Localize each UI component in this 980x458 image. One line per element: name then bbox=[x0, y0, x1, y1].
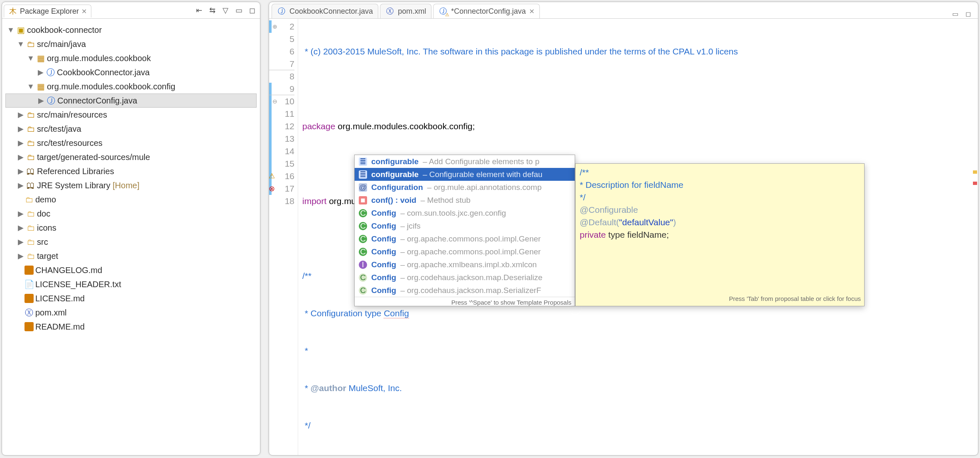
content-assist-item[interactable]: CConfig – jcifs bbox=[355, 219, 575, 232]
disclosure-icon[interactable]: ▶ bbox=[17, 209, 24, 218]
disclosure-icon[interactable]: ▶ bbox=[17, 138, 24, 148]
disclosure-icon[interactable]: ▶ bbox=[17, 153, 24, 162]
line-number[interactable]: 18 bbox=[269, 195, 294, 207]
proposal-main: conf() : void bbox=[371, 194, 416, 207]
content-assist-item[interactable]: CConfig – org.apache.commons.pool.impl.G… bbox=[355, 245, 575, 258]
content-assist-popup[interactable]: ≣configurable – Add Configurable element… bbox=[354, 155, 575, 306]
line-number[interactable]: 14 bbox=[269, 145, 294, 158]
java-file-icon: Ⓙ bbox=[47, 96, 56, 105]
disclosure-icon[interactable]: ▶ bbox=[37, 96, 45, 105]
collapse-all-icon[interactable]: ⇤ bbox=[194, 6, 203, 15]
tree-pkg-cookbook[interactable]: ▼ ▦ org.mule.modules.cookbook bbox=[5, 51, 257, 65]
tree-src-main-resources[interactable]: ▶ 🗀 src/main/resources bbox=[5, 108, 257, 122]
content-assist-item[interactable]: ≣configurable – Add Configurable element… bbox=[355, 155, 575, 168]
disclosure-icon[interactable]: ▼ bbox=[27, 82, 34, 91]
line-number[interactable]: 15 bbox=[269, 158, 294, 170]
markdown-file-icon: S bbox=[24, 266, 34, 275]
package-explorer-tree[interactable]: ▼ ▣ cookbook-connector ▼ 🗀 src/main/java… bbox=[2, 19, 260, 338]
content-assist-item[interactable]: ≣configurable – Configurable element wit… bbox=[355, 168, 575, 181]
disclosure-icon[interactable]: ▶ bbox=[17, 251, 24, 261]
error-marker[interactable] bbox=[973, 182, 977, 185]
tree-jre[interactable]: ▶ 🕮 JRE System Library [Home] bbox=[5, 178, 257, 192]
disclosure-icon[interactable]: ▶ bbox=[17, 223, 24, 232]
tree-demo[interactable]: 🗀 demo bbox=[5, 192, 257, 207]
line-number[interactable]: 6 bbox=[269, 45, 294, 58]
tree-icons[interactable]: ▶ 🗀 icons bbox=[5, 221, 257, 235]
tree-label: cookbook-connector bbox=[27, 25, 102, 35]
maximize-icon[interactable]: ◻ bbox=[247, 6, 257, 15]
line-number[interactable]: 8 bbox=[269, 70, 294, 83]
editor-tabbar: Ⓙ CookbookConnector.java Ⓧ pom.xml Ⓙ⚠ *C… bbox=[269, 2, 978, 19]
tree-java-cookbookconnector[interactable]: ▶ Ⓙ CookbookConnector.java bbox=[5, 65, 257, 79]
disclosure-icon[interactable]: ▼ bbox=[7, 26, 15, 34]
tree-doc[interactable]: ▶ 🗀 doc bbox=[5, 207, 257, 221]
documentation-footer: Press 'Tab' from proposal table or click… bbox=[729, 293, 861, 305]
line-number[interactable]: 2 bbox=[269, 20, 294, 33]
line-number[interactable]: 13 bbox=[269, 133, 294, 145]
line-number[interactable]: 11 bbox=[269, 108, 294, 120]
close-icon[interactable]: ✕ bbox=[529, 7, 534, 15]
tree-license-header[interactable]: 📄 LICENSE_HEADER.txt bbox=[5, 277, 257, 291]
line-number-gutter[interactable]: 2 5 6 7 8 9 10 11 12 13 14 15 16 17 18 bbox=[269, 19, 298, 455]
line-number[interactable]: 7 bbox=[269, 58, 294, 70]
line-number[interactable]: 16 bbox=[269, 170, 294, 182]
content-assist-item[interactable]: IConfig – org.apache.xmlbeans.impl.xb.xm… bbox=[355, 258, 575, 271]
tree-referenced-libraries[interactable]: ▶ 🕮 Referenced Libraries bbox=[5, 164, 257, 178]
tree-target[interactable]: ▶ 🗀 target bbox=[5, 249, 257, 263]
doc-text: private bbox=[580, 230, 606, 239]
close-icon[interactable]: ✕ bbox=[81, 7, 87, 15]
documentation-popup[interactable]: /** * Description for fieldName */ @Conf… bbox=[575, 163, 865, 306]
tree-license[interactable]: S LICENSE.md bbox=[5, 291, 257, 305]
disclosure-icon[interactable]: ▶ bbox=[17, 181, 24, 190]
tree-java-connectorconfig[interactable]: ▶ Ⓙ ConnectorConfig.java bbox=[5, 94, 257, 108]
warning-marker[interactable] bbox=[973, 170, 977, 174]
minimize-icon[interactable]: ▭ bbox=[952, 10, 960, 18]
editor-tab-cookbookconnector[interactable]: Ⓙ CookbookConnector.java bbox=[272, 4, 378, 18]
disclosure-icon[interactable]: ▶ bbox=[17, 110, 24, 119]
line-number[interactable]: 5 bbox=[269, 33, 294, 45]
source-editor[interactable]: 2 5 6 7 8 9 10 11 12 13 14 15 16 17 18 *… bbox=[269, 19, 978, 455]
content-assist-item[interactable]: CConfig – org.codehaus.jackson.map.Deser… bbox=[355, 271, 575, 284]
disclosure-icon[interactable]: ▼ bbox=[17, 40, 24, 49]
tree-pkg-config[interactable]: ▼ ▦ org.mule.modules.cookbook.config bbox=[5, 79, 257, 94]
tree-pom[interactable]: Ⓧ pom.xml bbox=[5, 305, 257, 320]
tree-src-test-resources[interactable]: ▶ 🗀 src/test/resources bbox=[5, 136, 257, 150]
package-icon: ▦ bbox=[36, 82, 45, 91]
disclosure-icon[interactable]: ▶ bbox=[17, 167, 24, 176]
proposal-aux: – Configurable element with defau bbox=[423, 168, 542, 181]
tree-target-generated[interactable]: ▶ 🗀 target/generated-sources/mule bbox=[5, 150, 257, 164]
content-assist-list[interactable]: ≣configurable – Add Configurable element… bbox=[355, 155, 575, 297]
content-assist-item[interactable]: @Configuration – org.mule.api.annotation… bbox=[355, 181, 575, 194]
view-menu-icon[interactable]: ▽ bbox=[221, 6, 230, 15]
disclosure-icon[interactable]: ▼ bbox=[27, 54, 34, 63]
disclosure-icon[interactable]: ▶ bbox=[17, 124, 24, 133]
content-assist-item[interactable]: ■conf() : void – Method stub bbox=[355, 194, 575, 207]
code-text: import bbox=[302, 196, 326, 206]
tree-readme[interactable]: S README.md bbox=[5, 320, 257, 334]
line-number[interactable]: 17 bbox=[269, 182, 294, 195]
tree-src-main-java[interactable]: ▼ 🗀 src/main/java bbox=[5, 37, 257, 51]
line-number[interactable]: 12 bbox=[269, 120, 294, 133]
content-assist-item[interactable]: CConfig – com.sun.tools.jxc.gen.config bbox=[355, 207, 575, 219]
editor-tab-pom[interactable]: Ⓧ pom.xml bbox=[380, 4, 431, 18]
disclosure-icon[interactable]: ▶ bbox=[37, 68, 44, 77]
line-number[interactable]: 10 bbox=[269, 95, 294, 108]
source-folder-icon: 🗀 bbox=[26, 124, 35, 133]
package-explorer-tab[interactable]: ⽊ Package Explorer ✕ bbox=[4, 5, 91, 17]
content-assist-item[interactable]: CConfig – org.codehaus.jackson.map.Seria… bbox=[355, 284, 575, 297]
line-number[interactable]: 9 bbox=[269, 83, 294, 95]
link-editor-icon[interactable]: ⇆ bbox=[208, 6, 217, 15]
tree-changelog[interactable]: S CHANGELOG.md bbox=[5, 263, 257, 277]
maximize-icon[interactable]: ◻ bbox=[965, 10, 974, 18]
tree-src-test-java[interactable]: ▶ 🗀 src/test/java bbox=[5, 122, 257, 136]
jre-qualifier: [Home] bbox=[113, 181, 139, 190]
disclosure-icon[interactable]: ▶ bbox=[17, 237, 24, 246]
overview-ruler[interactable] bbox=[973, 19, 977, 455]
content-assist-item[interactable]: CConfig – org.apache.commons.pool.impl.G… bbox=[355, 232, 575, 245]
tree-src[interactable]: ▶ 🗀 src bbox=[5, 235, 257, 249]
minimize-icon[interactable]: ▭ bbox=[234, 6, 243, 15]
doc-text: ) bbox=[673, 217, 676, 227]
editor-tab-connectorconfig[interactable]: Ⓙ⚠ *ConnectorConfig.java ✕ bbox=[433, 4, 540, 18]
tree-project[interactable]: ▼ ▣ cookbook-connector bbox=[5, 23, 257, 37]
proposal-cls-icon: C bbox=[359, 209, 367, 217]
